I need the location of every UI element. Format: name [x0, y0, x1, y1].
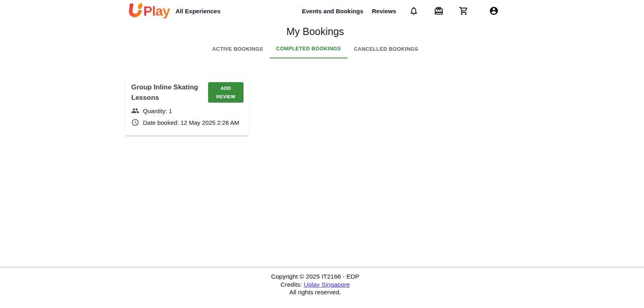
booking-card-header: Group Inline Skating Lessons ADD REVIEW	[131, 82, 244, 103]
uplay-logo[interactable]: Play	[125, 1, 170, 21]
shopping-cart-icon[interactable]	[459, 6, 469, 16]
clock-icon	[131, 118, 139, 126]
footer-credits-label: Credits:	[281, 281, 304, 288]
account-icon[interactable]	[489, 6, 499, 16]
booking-quantity: Quantity: 1	[143, 107, 172, 114]
nav-link-all-experiences[interactable]: All Experiences	[175, 0, 221, 22]
people-icon	[131, 107, 139, 115]
nav-link-reviews[interactable]: Reviews	[372, 0, 396, 22]
uplay-logo-wordmark: Play	[143, 3, 170, 19]
notifications-icon[interactable]	[409, 6, 419, 16]
footer: Copyright © 2025 IT2166 - EDP Credits: U…	[0, 273, 630, 296]
booking-quantity-row: Quantity: 1	[131, 107, 244, 115]
booking-date-row: Date booked: 12 May 2025 2:26 AM	[131, 118, 244, 126]
gift-card-icon[interactable]	[434, 6, 444, 16]
tab-cancelled-bookings[interactable]: CANCELLED BOOKINGS	[347, 39, 425, 58]
footer-credits-link[interactable]: Uplay Singapore	[304, 281, 350, 288]
nav-link-events-and-bookings[interactable]: Events and Bookings	[302, 0, 363, 22]
uplay-logo-icon	[125, 1, 142, 21]
tab-active-bookings[interactable]: ACTIVE BOOKINGS	[206, 39, 270, 58]
page-title: My Bookings	[0, 26, 630, 37]
navbar: Play All Experiences Events and Bookings…	[0, 0, 644, 22]
footer-divider	[0, 267, 644, 267]
booking-card: Group Inline Skating Lessons ADD REVIEW …	[126, 76, 249, 136]
booking-title: Group Inline Skating Lessons	[131, 82, 200, 103]
footer-credits-line: Credits: Uplay Singapore	[0, 281, 630, 289]
booking-date: Date booked: 12 May 2025 2:26 AM	[143, 119, 239, 126]
add-review-button[interactable]: ADD REVIEW	[208, 82, 244, 103]
footer-copyright: Copyright © 2025 IT2166 - EDP	[0, 273, 630, 281]
footer-rights: All rights reserved.	[0, 288, 630, 296]
bookings-tab-bar: ACTIVE BOOKINGS COMPLETED BOOKINGS CANCE…	[0, 39, 630, 58]
tab-completed-bookings[interactable]: COMPLETED BOOKINGS	[270, 39, 347, 58]
